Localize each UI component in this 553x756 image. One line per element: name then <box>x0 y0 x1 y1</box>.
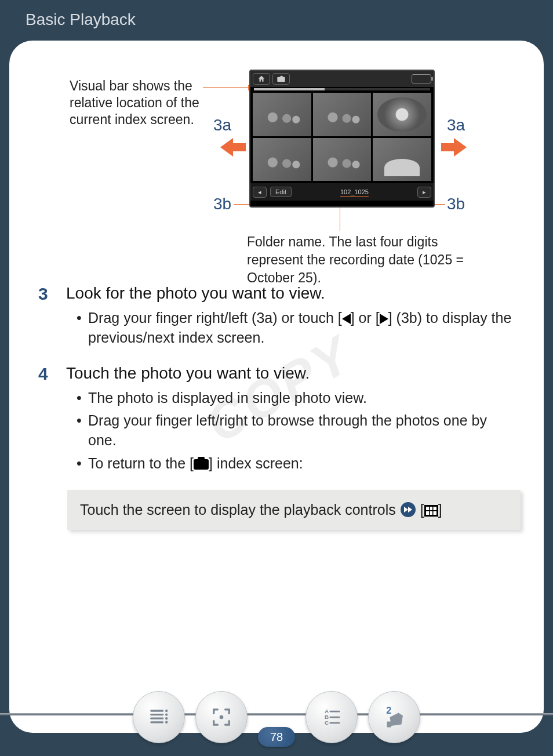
label-3a-left: 3a <box>213 116 231 135</box>
toc-button[interactable] <box>133 691 185 743</box>
visual-position-bar <box>254 88 430 90</box>
svg-text:C: C <box>325 719 329 726</box>
right-triangle-icon <box>380 314 388 324</box>
step-title: Touch the photo you want to view. <box>66 364 515 383</box>
step-bullet: Drag your finger left/right to browse th… <box>77 411 515 450</box>
callout-folder-name: Folder name. The last four digits repres… <box>247 233 479 287</box>
photo-thumbnail <box>253 93 311 136</box>
camera-tab-icon <box>272 73 290 85</box>
left-triangle-icon <box>342 314 351 324</box>
then-arrow-icon <box>401 502 416 517</box>
page-number: 78 <box>258 727 295 747</box>
step-bullet: To return to the [] index screen: <box>77 454 515 474</box>
instruction-text: Touch the screen to display the playback… <box>80 501 396 518</box>
battery-icon <box>412 74 431 83</box>
callout-line-icon <box>340 208 340 231</box>
content-card: COPY Visual bar shows the relative loca­… <box>9 41 544 733</box>
diagram-area: Visual bar shows the relative loca­tion … <box>32 70 521 267</box>
step-bullet: The photo is displayed in single photo v… <box>77 388 515 408</box>
callout-line-icon <box>234 204 251 205</box>
fullscreen-button[interactable] <box>195 691 248 743</box>
photo-thumbnail <box>373 138 431 181</box>
footer-nav: 78 ABC 2 <box>0 691 553 743</box>
callout-visual-bar: Visual bar shows the relative loca­tion … <box>70 78 203 128</box>
label-3b-left: 3b <box>213 195 231 213</box>
index-grid-icon <box>424 505 438 517</box>
step-number: 4 <box>38 364 66 384</box>
svg-point-6 <box>165 717 168 719</box>
instruction-steps: 3 Look for the photo you want to view. D… <box>32 284 521 486</box>
home-icon <box>253 73 270 85</box>
photo-thumbnail <box>373 93 431 136</box>
photo-thumbnail-grid <box>250 90 434 183</box>
step-bullet: Drag your finger right/left (3a) or touc… <box>77 308 515 348</box>
step-4: 4 Touch the photo you want to view. The … <box>38 364 515 486</box>
next-page-button-icon: ▸ <box>417 187 431 198</box>
folder-name-label: 102_1025 <box>295 188 414 195</box>
shooting-mode-button[interactable]: 2 <box>368 691 420 743</box>
label-3b-right: 3b <box>447 195 465 213</box>
callout-line-icon <box>434 204 445 205</box>
step-number: 3 <box>38 284 66 304</box>
label-3a-right: 3a <box>447 116 465 135</box>
svg-rect-16 <box>387 722 392 728</box>
svg-point-8 <box>220 715 224 719</box>
photo-thumbnail <box>253 138 311 181</box>
svg-text:2: 2 <box>386 705 391 715</box>
prev-page-button-icon: ◂ <box>253 187 267 198</box>
svg-point-5 <box>165 713 168 715</box>
photo-thumbnail <box>313 93 372 136</box>
photo-thumbnail <box>313 138 372 181</box>
edit-button: Edit <box>270 187 292 197</box>
svg-point-4 <box>165 710 168 712</box>
swipe-left-arrow-icon <box>220 138 246 157</box>
device-screenshot: ◂ Edit 102_1025 ▸ <box>249 70 435 208</box>
camera-icon <box>194 459 209 470</box>
svg-point-7 <box>165 721 168 724</box>
step-3: 3 Look for the photo you want to view. D… <box>38 284 515 361</box>
section-title: Basic Playback <box>0 0 553 29</box>
index-button[interactable]: ABC <box>305 691 358 743</box>
instruction-box: Touch the screen to display the playback… <box>67 490 521 530</box>
callout-line-icon <box>203 87 249 88</box>
swipe-right-arrow-icon <box>441 138 467 157</box>
